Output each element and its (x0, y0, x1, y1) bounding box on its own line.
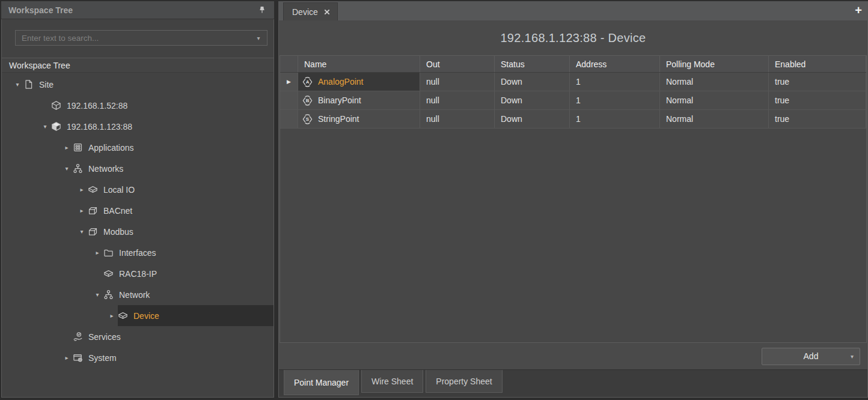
chevron-collapsed-icon[interactable]: ▸ (76, 186, 88, 193)
table-rows: ▶AAnalogPointnullDown1NormaltrueBBinaryP… (280, 73, 866, 129)
cell-status: Down (495, 91, 570, 109)
tree-item-content: RAC18-IP (103, 263, 274, 284)
tab-property-sheet[interactable]: Property Sheet (426, 370, 502, 393)
chevron-expanded-icon[interactable]: ▾ (91, 291, 103, 298)
row-selector[interactable] (280, 110, 298, 128)
column-header-name[interactable]: Name (298, 56, 420, 72)
search-input[interactable] (16, 34, 250, 43)
tree-item-services[interactable]: Services (2, 326, 274, 347)
points-table: NameOutStatusAddressPolling ModeEnabled … (280, 55, 867, 343)
pin-icon[interactable] (257, 5, 267, 15)
tree-item-content: Networks (73, 158, 274, 179)
cell-address: 1 (570, 73, 660, 91)
point-b-icon: B (302, 95, 313, 106)
svg-text:A: A (306, 79, 310, 85)
tree-item-label: Device (133, 311, 159, 321)
file-icon (23, 79, 34, 89)
tree-item-device[interactable]: ▸Device (2, 305, 274, 326)
tree-item-label: Networks (88, 164, 123, 174)
tree-item-rac18-ip[interactable]: RAC18-IP (2, 263, 274, 284)
row-selector-active[interactable]: ▶ (280, 73, 298, 91)
chevron-expanded-icon[interactable]: ▾ (11, 81, 23, 88)
tree-item-content: Site (23, 74, 274, 95)
column-header-enabled[interactable]: Enabled (769, 56, 866, 72)
tree-item-label: Interfaces (119, 248, 156, 258)
chevron-collapsed-icon[interactable]: ▸ (61, 144, 73, 151)
tree-item-applications[interactable]: ▸Applications (2, 137, 274, 158)
device-view: 192.168.1.123:88 - Device NameOutStatusA… (278, 20, 868, 398)
chevron-expanded-icon[interactable]: ▾ (61, 165, 73, 172)
close-icon[interactable] (324, 9, 330, 15)
device-icon (118, 311, 128, 321)
column-header-out[interactable]: Out (420, 56, 495, 72)
cell-address: 1 (570, 91, 660, 109)
cell-out: null (420, 110, 495, 128)
tree-item-192-168-1-52-88[interactable]: 192.168.1.52:88 (2, 95, 274, 116)
row-selector[interactable] (280, 91, 298, 109)
tree-item-label: System (88, 353, 117, 363)
tree-item-networks[interactable]: ▾Networks (2, 158, 274, 179)
tree-section-header: Workspace Tree (2, 58, 274, 73)
tree-item-content: Applications (73, 137, 274, 158)
table-header-row: NameOutStatusAddressPolling ModeEnabled (280, 56, 866, 73)
tree-item-system[interactable]: ▸System (2, 347, 274, 368)
tree-item-label: BACnet (103, 206, 132, 216)
new-tab-button[interactable]: + (855, 4, 862, 17)
point-s-icon: S (302, 114, 313, 125)
box-icon (88, 205, 98, 216)
search-combo: ▾ (15, 30, 267, 46)
workspace-tree-panel: Workspace Tree ▾ Workspace Tree ▾Site192… (1, 1, 274, 398)
column-header-status[interactable]: Status (495, 56, 570, 72)
tree-item-content: Modbus (88, 221, 274, 242)
tree-item-network[interactable]: ▾Network (2, 284, 274, 305)
app-window: Workspace Tree ▾ Workspace Tree ▾Site192… (0, 0, 868, 400)
chevron-expanded-icon[interactable]: ▾ (76, 228, 88, 235)
chevron-collapsed-icon[interactable]: ▸ (106, 312, 118, 319)
tree-item-site[interactable]: ▾Site (2, 74, 274, 95)
search-dropdown-icon[interactable]: ▾ (250, 35, 267, 41)
header-gutter (280, 56, 298, 72)
column-header-address[interactable]: Address (570, 56, 660, 72)
tree-item-content: Interfaces (103, 242, 274, 263)
workspace-tree-panel-header: Workspace Tree (1, 1, 274, 19)
tree-item-content: BACnet (88, 200, 274, 221)
cell-name: SStringPoint (298, 110, 420, 128)
add-button[interactable]: Add ▾ (762, 348, 860, 365)
tree-item-label: Applications (88, 143, 134, 153)
chevron-collapsed-icon[interactable]: ▸ (91, 249, 103, 256)
chevron-collapsed-icon[interactable]: ▸ (76, 207, 88, 214)
tree-item-local-io[interactable]: ▸Local IO (2, 179, 274, 200)
cell-name: AAnalogPoint (298, 73, 420, 91)
column-header-polling-mode[interactable]: Polling Mode (660, 56, 769, 72)
tree-item-interfaces[interactable]: ▸Interfaces (2, 242, 274, 263)
cell-polling-mode: Normal (660, 73, 769, 91)
tab-point-manager[interactable]: Point Manager (284, 370, 359, 395)
device-icon (88, 184, 98, 195)
cell-polling-mode: Normal (660, 91, 769, 109)
svg-text:S: S (306, 117, 309, 122)
tree-item-content: 192.168.1.52:88 (51, 95, 274, 116)
chevron-collapsed-icon[interactable]: ▸ (61, 354, 73, 361)
tree-item-content: Services (73, 326, 274, 347)
tree-item-192-168-1-123-88[interactable]: ▾192.168.1.123:88 (2, 116, 274, 137)
tab-device[interactable]: Device (283, 2, 338, 20)
table-row-stringpoint[interactable]: SStringPointnullDown1Normaltrue (280, 110, 866, 129)
table-row-binarypoint[interactable]: BBinaryPointnullDown1Normaltrue (280, 91, 866, 110)
cell-enabled: true (769, 110, 866, 128)
search-area: ▾ (2, 19, 274, 58)
chevron-expanded-icon[interactable]: ▾ (39, 123, 51, 130)
cell-name: BBinaryPoint (298, 91, 420, 109)
table-empty-space (280, 129, 866, 342)
table-row-analogpoint[interactable]: ▶AAnalogPointnullDown1Normaltrue (280, 73, 866, 91)
tree-item-bacnet[interactable]: ▸BACnet (2, 200, 274, 221)
server-filled-icon (51, 121, 61, 132)
server-icon (51, 100, 61, 111)
cell-address: 1 (570, 110, 660, 128)
workspace-tree: ▾Site192.168.1.52:88▾192.168.1.123:88▸Ap… (2, 73, 274, 397)
chevron-down-icon: ▾ (851, 353, 854, 360)
tree-item-modbus[interactable]: ▾Modbus (2, 221, 274, 242)
tab-wire-sheet[interactable]: Wire Sheet (361, 370, 423, 393)
tree-item-content: Device (118, 305, 274, 326)
cell-polling-mode: Normal (660, 110, 769, 128)
tree-item-label: Services (88, 332, 121, 342)
